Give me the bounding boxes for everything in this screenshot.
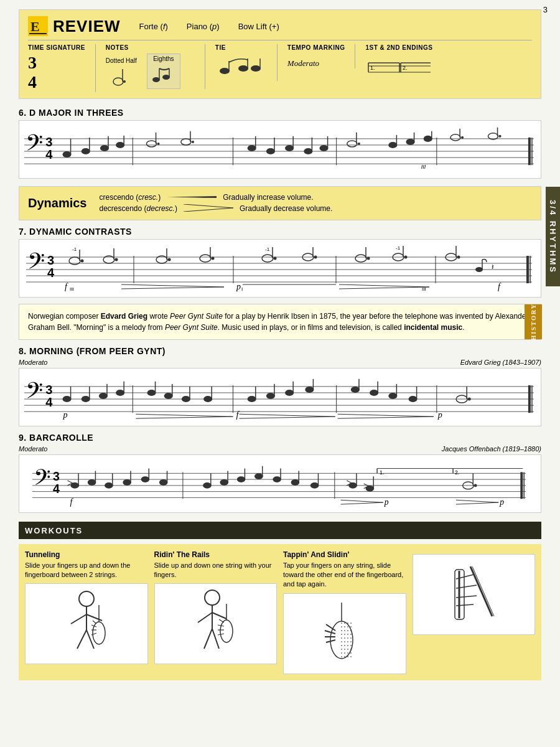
svg-point-218 [88,479,96,486]
svg-text:2.: 2. [403,65,408,71]
svg-point-174 [248,396,256,402]
section8-title: MORNING (from Peer Gynt) [29,346,166,356]
page-content: E REVIEW Forte (f) Piano (p) Bow Lift (+… [12,0,548,690]
crescendo-term: crescendo (cresc.) [100,193,161,202]
svg-line-267 [91,633,96,635]
review-table: TIME SIGNATURE 3 4 NOTES Dotted Half [28,40,532,92]
section8-meta: Moderato Edvard Grieg (1843–1907) [19,359,541,367]
workout-tappin-desc: Tap your fingers on any string, slide to… [283,561,406,590]
workouts-title: WORKOUTS [25,526,83,535]
svg-point-122 [314,255,317,258]
crescendo-desc: Gradually increase volume. [223,193,313,202]
notes-label: NOTES [106,44,195,51]
svg-point-252 [474,484,477,487]
section8-tempo: Moderato [19,359,47,366]
svg-point-239 [291,479,300,486]
svg-point-220 [105,482,113,489]
svg-point-59 [304,148,312,154]
svg-point-68 [406,138,414,144]
svg-point-132 [404,255,408,258]
decrescendo-desc: Gradually decrease volume. [240,204,332,213]
workout-extra-image [413,554,536,635]
section8-composer: Edvard Grieg (1843–1907) [460,359,541,366]
dynamics-title: Dynamics [28,196,87,210]
svg-point-3 [113,78,123,85]
svg-point-191 [409,396,418,402]
svg-text:4: 4 [47,266,55,280]
svg-point-159 [99,393,108,399]
cresc-hairpin [167,196,217,198]
svg-line-107 [121,287,224,289]
svg-line-283 [325,631,335,634]
svg-point-197 [468,397,471,400]
svg-point-241 [310,482,319,489]
svg-point-12 [238,65,248,72]
svg-point-268 [205,590,220,605]
review-title: REVIEW [53,17,121,36]
svg-line-129 [339,287,429,289]
svg-text:f: f [70,497,73,507]
history-tab: HISTORY [525,304,542,339]
svg-text:1.: 1. [370,65,375,71]
svg-text:III: III [70,286,74,292]
svg-text:3: 3 [47,253,54,267]
forte-term: Forte (f) [139,22,168,31]
svg-point-55 [266,148,275,154]
svg-point-178 [285,390,294,396]
workout-tappin-title: Tappin' And Slidin' [283,550,406,559]
svg-point-256 [79,591,94,606]
svg-line-79 [167,197,217,200]
svg-point-45 [116,142,124,148]
section9-composer: Jacques Offenbach (1819–1880) [442,445,541,453]
section9-title: BARCAROLLE [29,433,93,443]
svg-point-6 [152,77,160,82]
workout-tunneling-image [25,583,148,664]
svg-point-99 [81,259,84,262]
review-col-endings: 1st & 2nd ENDINGS 1. 2. [365,44,444,81]
staff6-container: 𝄢 3 4 [19,120,541,179]
svg-text:I: I [241,286,243,292]
dynamics-content: crescendo (cresc.) Gradually increase vo… [100,193,533,214]
workout-rails-title: Ridin' The Rails [154,550,278,559]
review-terms: Forte (f) Piano (p) Bow Lift (+) [139,22,279,31]
svg-text:E: E [30,19,40,34]
svg-text:𝄢: 𝄢 [34,465,51,494]
svg-line-253 [456,500,498,502]
review-col-notes: NOTES Dotted Half Eighths [106,44,205,89]
history-box: Norwegian composer Edvard Grieg wrote Pe… [19,304,541,340]
section8-container: 8. MORNING (from Peer Gynt) Moderato Edv… [19,346,541,367]
svg-line-82 [184,208,233,212]
workout-item-extra [413,550,536,674]
svg-line-172 [136,414,233,416]
svg-point-39 [62,151,71,157]
svg-text:1.: 1. [380,469,384,476]
svg-text:f: f [65,282,68,291]
svg-point-105 [115,258,118,261]
svg-text:p: p [236,282,241,291]
workout-item-rails: Ridin' The Rails Slide up and down one s… [154,550,278,674]
svg-point-224 [141,476,150,482]
piano-term: Piano (p) [187,22,220,31]
svg-point-161 [116,390,124,396]
svg-text:3: 3 [45,135,52,149]
svg-point-49 [157,143,160,145]
svg-line-128 [339,284,429,287]
section6-number: 6. [19,108,27,118]
svg-text:3: 3 [45,383,52,397]
notes-content: Dotted Half Eighths [106,54,195,89]
svg-point-176 [266,393,275,399]
tie-notation [215,54,265,78]
svg-point-8 [162,75,170,80]
bow-lift-term: Bow Lift (+) [238,22,279,31]
workouts-content: Tunneling Slide your fingers up and down… [19,544,541,680]
svg-point-231 [220,479,228,486]
svg-point-274 [220,620,233,642]
svg-point-245 [366,485,375,491]
svg-line-259 [86,614,102,621]
workout-tunneling-desc: Slide your fingers up and down the finge… [25,561,148,580]
svg-text:p: p [384,497,389,507]
svg-line-81 [184,204,233,208]
svg-point-14 [251,65,261,72]
endings-notation: 1. 2. [365,54,434,78]
svg-point-262 [93,622,105,644]
